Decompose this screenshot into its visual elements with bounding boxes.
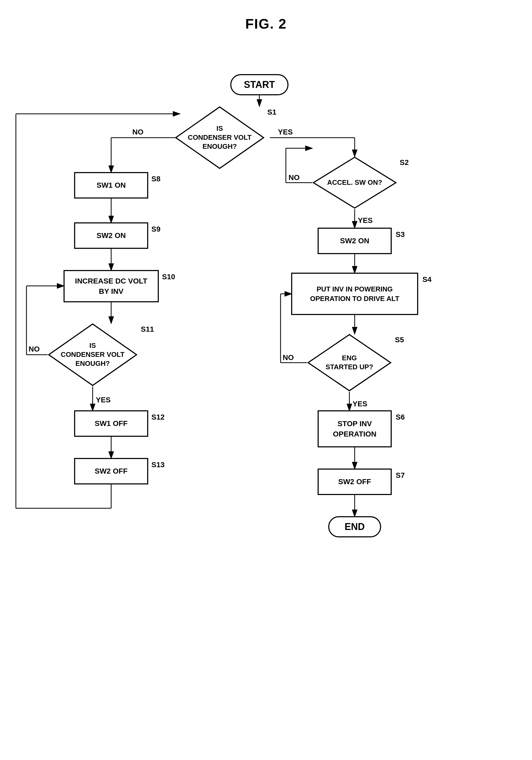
svg-text:YES: YES	[278, 128, 293, 136]
svg-text:YES: YES	[358, 216, 373, 224]
svg-text:NO: NO	[283, 354, 294, 361]
s12-box: SW1 OFF	[74, 410, 148, 437]
s7-box: SW2 OFF	[317, 469, 392, 495]
svg-text:NO: NO	[288, 173, 300, 182]
s9-box: SW2 ON	[74, 222, 148, 249]
s4-box: PUT INV IN POWERINGOPERATION TO DRIVE AL…	[291, 273, 418, 315]
s7-tag: S7	[396, 471, 405, 480]
svg-text:NO: NO	[28, 345, 40, 353]
s3-tag: S3	[396, 230, 405, 239]
s8-tag: S8	[151, 175, 160, 183]
s4-tag: S4	[422, 275, 431, 284]
s10-tag: S10	[162, 273, 175, 281]
s6-tag: S6	[396, 413, 405, 421]
s5-tag: S5	[395, 336, 404, 344]
s9-tag: S9	[151, 225, 160, 233]
s1-diamond: ISCONDENSER VOLTENOUGH?	[175, 106, 265, 169]
s12-tag: S12	[151, 413, 165, 421]
s11-diamond: ISCONDENSER VOLTENOUGH?	[48, 323, 138, 387]
s3-box: SW2 ON	[317, 228, 392, 254]
s5-diamond: ENGSTARTED UP?	[307, 334, 392, 392]
end-node: END	[328, 516, 381, 537]
svg-text:YES: YES	[96, 396, 111, 404]
start-node: START	[230, 74, 288, 95]
s8-box: SW1 ON	[74, 172, 148, 199]
s13-box: SW2 OFF	[74, 458, 148, 484]
s11-tag: S11	[141, 325, 154, 334]
svg-text:YES: YES	[353, 400, 367, 408]
s13-tag: S13	[151, 461, 165, 469]
s2-tag: S2	[400, 158, 409, 167]
svg-text:NO: NO	[132, 128, 143, 136]
s1-tag: S1	[267, 108, 276, 117]
s2-diamond: ACCEL. SW ON?	[312, 156, 397, 209]
s6-box: STOP INVOPERATION	[317, 410, 392, 448]
s10-box: INCREASE DC VOLTBY INV	[64, 270, 159, 302]
page-title: FIG. 2	[0, 0, 532, 42]
